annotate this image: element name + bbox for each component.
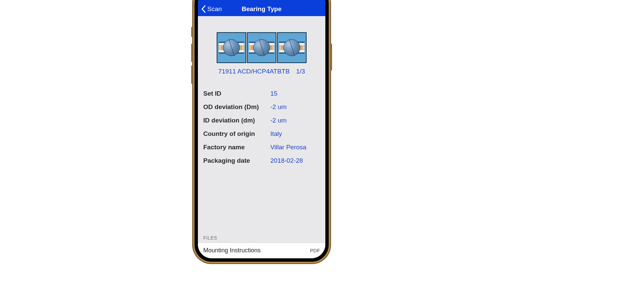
- volume-button: [191, 65, 193, 84]
- spec-row-factory: Factory name Villar Perosa: [203, 144, 320, 151]
- spec-value: Italy: [270, 130, 282, 138]
- spec-label: ID deviation (dm): [203, 117, 270, 124]
- file-name: Mounting Instructions: [203, 247, 261, 254]
- spec-value: -2 um: [270, 103, 287, 111]
- phone-frame: Scan Bearing Type 71911 ACD/HCP4ATBTB 1/…: [195, 0, 329, 262]
- spec-row-country: Country of origin Italy: [203, 130, 320, 138]
- chevron-left-icon: [201, 5, 206, 13]
- designation-text: 71911 ACD/HCP4ATBTB: [218, 68, 290, 75]
- files-header: FILES: [198, 233, 325, 243]
- product-designation[interactable]: 71911 ACD/HCP4ATBTB 1/3: [198, 68, 325, 75]
- spec-value: 15: [270, 90, 277, 97]
- spec-label: OD deviation (Dm): [203, 103, 270, 111]
- back-button[interactable]: Scan: [201, 5, 222, 13]
- spec-label: Set ID: [203, 90, 270, 97]
- bearing-unit: [217, 32, 246, 63]
- volume-button: [191, 27, 193, 37]
- spec-row-set-id: Set ID 15: [203, 90, 320, 97]
- spec-label: Country of origin: [203, 130, 270, 138]
- files-section: FILES Mounting Instructions PDF: [198, 233, 325, 258]
- spec-value: -2 um: [270, 117, 287, 124]
- screen: Scan Bearing Type 71911 ACD/HCP4ATBTB 1/…: [198, 0, 325, 258]
- spec-row-od-deviation: OD deviation (Dm) -2 um: [203, 103, 320, 111]
- spec-label: Packaging date: [203, 157, 270, 164]
- bearing-unit: [247, 32, 276, 63]
- spec-row-packaging-date: Packaging date 2018-02-28: [203, 157, 320, 164]
- bearing-unit: [277, 32, 307, 63]
- file-row-mounting-instructions[interactable]: Mounting Instructions PDF: [198, 243, 325, 258]
- spec-row-id-deviation: ID deviation (dm) -2 um: [203, 117, 320, 124]
- content-area: 71911 ACD/HCP4ATBTB 1/3 Set ID 15 OD dev…: [198, 16, 325, 258]
- spec-value: 2018-02-28: [270, 157, 303, 164]
- back-label: Scan: [207, 5, 222, 13]
- volume-button: [191, 44, 193, 62]
- spec-value: Villar Perosa: [270, 144, 306, 151]
- designation-index: 1/3: [296, 68, 305, 75]
- bearing-illustration: [216, 32, 307, 63]
- nav-bar: Scan Bearing Type: [198, 0, 325, 16]
- spec-label: Factory name: [203, 144, 270, 151]
- file-type: PDF: [310, 248, 320, 253]
- power-button: [330, 44, 332, 70]
- spec-table: Set ID 15 OD deviation (Dm) -2 um ID dev…: [198, 90, 325, 164]
